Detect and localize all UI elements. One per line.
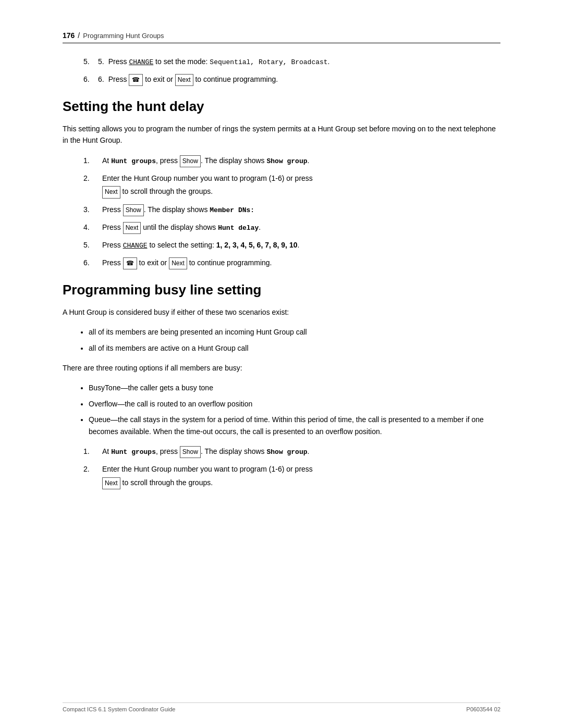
section2-steps-list: At Hunt groups, press Show. The display … [83,446,500,489]
s1-step2-content: Enter the Hunt Group number you want to … [102,172,500,199]
section2-scenarios-list: all of its members are being presented a… [89,326,500,354]
section1-step-4: Press Next until the display shows Hunt … [83,221,500,234]
section1-step-5: Press CHANGE to select the setting: 1, 2… [83,239,500,252]
exit-phone-icon-intro: ☎ [129,74,143,86]
step-5-number: 5. [98,56,104,68]
s2-step2-content: Enter the Hunt Group number you want to … [102,463,500,489]
routing-option-1: BusyTone—the caller gets a busy tone [89,382,500,393]
change-key-s1-5: CHANGE [123,242,148,250]
routing-option-3: Queue—the call stays in the system for a… [89,414,500,437]
section2-intro: A Hunt Group is considered busy if eithe… [63,306,500,318]
settings-s1-5: 1, 2, 3, 4, 5, 6, 7, 8, 9, 10 [216,241,298,249]
s1-step4-content: Press Next until the display shows Hunt … [102,221,500,234]
section1-title: Setting the hunt delay [63,98,500,115]
scenario-2: all of its members are active on a Hunt … [89,342,500,354]
intro-step-6: 6. Press ☎ to exit or Next to continue p… [83,73,500,86]
page-header: 176 / Programming Hunt Groups [63,31,500,43]
show-key-s1-1: Show [180,155,201,167]
change-key-intro: CHANGE [129,58,153,66]
footer-left: Compact ICS 6.1 System Coordinator Guide [63,706,175,712]
routing-options-list: BusyTone—the caller gets a busy tone Ove… [89,382,500,437]
header-separator: / [78,31,80,40]
s2-step1-content: At Hunt groups, press Show. The display … [102,446,500,458]
exit-phone-icon-s1: ☎ [123,257,137,269]
s1-step1-content: At Hunt groups, press Show. The display … [102,155,500,167]
hunt-groups-key-s2-1: Hunt groups [111,448,156,456]
display-shows-s1-3: Member DNs: [210,206,254,214]
s1-step3-content: Press Show. The display shows Member DNs… [102,204,500,216]
section1-description: This setting allows you to program the n… [63,123,500,146]
section1-step-1: At Hunt groups, press Show. The display … [83,155,500,167]
display-shows-s1-4: Hunt delay [218,224,259,232]
step-5-content: Press CHANGE to set the mode: Sequential… [108,56,500,68]
display-shows-s1-1: Show group [266,157,307,165]
page-number: 176 [63,31,75,40]
next-key-s2-2: Next [102,477,120,489]
section1-step-3: Press Show. The display shows Member DNs… [83,204,500,216]
intro-step-5: 5. Press CHANGE to set the mode: Sequent… [83,56,500,68]
step-6-number: 6. [98,73,104,86]
page-container: 176 / Programming Hunt Groups 5. Press C… [0,0,563,728]
section2-title: Programming busy line setting [63,282,500,298]
section1-steps-list: At Hunt groups, press Show. The display … [83,155,500,269]
section2-step-2: Enter the Hunt Group number you want to … [83,463,500,489]
footer-right: P0603544 02 [467,706,500,712]
show-key-s2-1: Show [180,446,201,458]
show-key-s1-3: Show [123,204,144,216]
routing-intro: There are three routing options if all m… [63,362,500,374]
modes-text: Sequential, Rotary, Broadcast [210,58,327,66]
next-key-s1-4: Next [123,222,141,234]
scenario-1: all of its members are being presented a… [89,326,500,338]
next-key-s1-6: Next [169,257,187,269]
section1-step-2: Enter the Hunt Group number you want to … [83,172,500,199]
next-button-intro: Next [175,74,193,86]
header-title: Programming Hunt Groups [83,32,164,40]
display-shows-s2-1: Show group [266,448,307,456]
hunt-groups-key-s1-1: Hunt groups [111,157,156,165]
section1-step-6: Press ☎ to exit or Next to continue prog… [83,257,500,269]
step-6-content: Press ☎ to exit or Next to continue prog… [108,73,500,86]
page-footer: Compact ICS 6.1 System Coordinator Guide… [63,702,500,712]
s1-step6-content: Press ☎ to exit or Next to continue prog… [102,257,500,269]
routing-option-2: Overflow—the call is routed to an overfl… [89,398,500,410]
next-key-s1-2: Next [102,186,120,198]
intro-steps-list: 5. Press CHANGE to set the mode: Sequent… [83,56,500,86]
section2-step-1: At Hunt groups, press Show. The display … [83,446,500,458]
s1-step5-content: Press CHANGE to select the setting: 1, 2… [102,239,500,252]
